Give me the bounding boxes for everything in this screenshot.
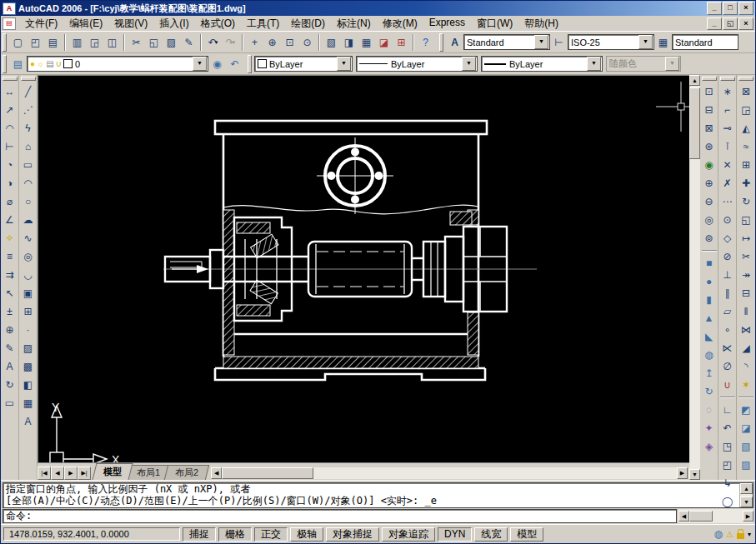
revolve-button[interactable]: ↻ — [700, 382, 718, 401]
snap-to-perpendicular-button[interactable]: ⊥ — [718, 266, 737, 284]
command-scroll-up-icon[interactable]: ▲ — [740, 483, 753, 494]
dimension-text-edit-button[interactable]: A — [1, 357, 19, 376]
maximize-button[interactable]: □ — [723, 2, 738, 15]
new-button[interactable]: ▢ — [9, 33, 27, 51]
rotate-button[interactable]: ↻ — [737, 192, 755, 211]
close-button[interactable]: × — [738, 2, 753, 15]
cut-button[interactable]: ✂ — [128, 33, 145, 51]
menu-插入i[interactable]: 插入(I) — [153, 16, 194, 32]
array-button[interactable]: ⊞ — [737, 156, 755, 174]
snap-to-tangent-button[interactable]: ⊘ — [718, 247, 737, 266]
copy-button[interactable]: ◱ — [145, 33, 163, 51]
linetype-combo[interactable]: ByLayer▼ — [356, 56, 478, 72]
minimize-button[interactable]: _ — [707, 2, 722, 15]
wedge-surface-button[interactable]: ◣ — [700, 327, 718, 346]
menu-格式o[interactable]: 格式(O) — [195, 16, 241, 32]
snap-to-endpoint-button[interactable]: ⊸ — [718, 119, 737, 137]
zoom-realtime-button[interactable]: ⊕ — [263, 33, 281, 51]
diameter-dimension-button[interactable]: ⌀ — [1, 192, 19, 211]
model-space-canvas[interactable]: Y X — [38, 75, 689, 463]
status-toggle-栅格[interactable]: 栅格 — [218, 527, 252, 542]
text-style-combo[interactable]: Standard▼ — [463, 34, 550, 50]
menu-工具t[interactable]: 工具(T) — [241, 16, 285, 32]
horizontal-scrollbar[interactable]: ◀ ▶ — [211, 467, 688, 479]
scale-button[interactable]: ◱ — [737, 211, 755, 229]
fillet-button[interactable]: ◝ — [737, 357, 755, 376]
snap-to-midpoint-button[interactable]: ⊺ — [718, 137, 737, 156]
status-toggle-对象追踪[interactable]: 对象追踪 — [382, 527, 435, 542]
toolbar-grip[interactable] — [3, 77, 18, 81]
bring-above-objects-button[interactable]: ▧ — [737, 437, 755, 456]
cylinder-surface-button[interactable]: ▮ — [700, 291, 718, 309]
multiline-text-button[interactable]: A — [19, 412, 38, 431]
layer-combo[interactable]: ●☼▤∪ 0 ▼ — [27, 56, 208, 72]
menu-窗口w[interactable]: 窗口(W) — [471, 16, 518, 32]
sphere-surface-button[interactable]: ● — [700, 272, 718, 291]
break-at-point-button[interactable]: ⊟ — [737, 284, 755, 302]
toolbar-grip[interactable] — [3, 33, 7, 52]
make-object-layer-current-button[interactable]: ◉ — [208, 55, 226, 72]
torus-surface-button[interactable]: ◍ — [700, 346, 718, 364]
pan-realtime-button[interactable]: + — [246, 33, 263, 51]
toolbar-grip[interactable] — [21, 77, 36, 81]
vertical-scroll-thumb[interactable] — [689, 87, 700, 159]
plot-button[interactable]: ▥ — [68, 33, 86, 51]
status-toggle-DYN[interactable]: DYN — [438, 527, 472, 542]
lineweight-combo-arrow-icon[interactable]: ▼ — [587, 57, 601, 71]
snap-to-nearest-button[interactable]: ⋉ — [718, 339, 737, 357]
zoom-out-button[interactable]: ⊖ — [700, 192, 718, 211]
table-style-combo[interactable]: Standard — [672, 34, 738, 50]
extend-button[interactable]: ↠ — [737, 266, 755, 284]
lineweight-combo[interactable]: ByLayer▼ — [481, 56, 603, 72]
save-button[interactable]: ▤ — [44, 33, 62, 51]
break-button[interactable]: ‖ — [737, 302, 755, 321]
dimension-edit-button[interactable]: ✎ — [1, 339, 19, 357]
layer-properties-manager-button[interactable]: ▤ — [9, 55, 27, 72]
aligned-dimension-button[interactable]: ↗ — [1, 101, 19, 119]
scroll-up-icon[interactable]: ▲ — [689, 75, 700, 86]
stretch-button[interactable]: ↦ — [737, 229, 755, 247]
menu-视图v[interactable]: 视图(V) — [108, 16, 153, 32]
bring-to-front-button[interactable]: ◩ — [737, 401, 755, 419]
tolerance-button[interactable]: ± — [1, 302, 19, 321]
toolbar-grip[interactable] — [3, 55, 7, 73]
menu-文件f[interactable]: 文件(F) — [19, 16, 63, 32]
quick-leader-button[interactable]: ↖ — [1, 284, 19, 302]
zoom-window-button[interactable]: ⊡ — [281, 33, 298, 51]
coordinate-readout[interactable]: 1478.0159, 932.4001, 0.0000 — [3, 527, 180, 541]
zoom-extents-button[interactable]: ⊚ — [700, 229, 718, 247]
copy-object-button[interactable]: ◲ — [737, 101, 755, 119]
menu-绘图d[interactable]: 绘图(D) — [285, 16, 331, 32]
status-toggle-正交[interactable]: 正交 — [254, 527, 288, 542]
status-toggle-捕捉[interactable]: 捕捉 — [183, 527, 216, 542]
command-scroll-down-icon[interactable]: ▼ — [740, 497, 753, 507]
help-button[interactable]: ? — [417, 33, 434, 51]
hide-button[interactable]: ◌ — [700, 401, 718, 419]
command-horizontal-scrollbar[interactable]: ◀ ▶ — [678, 509, 753, 523]
erase-button[interactable]: ⊠ — [737, 82, 755, 101]
revision-cloud-button[interactable]: ☁ — [19, 211, 38, 229]
layer-previous-button[interactable]: ↶ — [226, 55, 243, 72]
snap-to-intersection-button[interactable]: ✕ — [718, 156, 737, 174]
tray-menu-arrow-icon[interactable]: ▾ — [748, 531, 751, 538]
tab-布局2[interactable]: 布局2 — [164, 465, 210, 480]
ellipse-button[interactable]: ◎ — [19, 247, 38, 266]
offset-button[interactable]: ≈ — [737, 137, 755, 156]
snap-to-node-button[interactable]: ∘ — [718, 321, 737, 339]
tool-palettes-button[interactable]: ▦ — [358, 33, 375, 51]
snap-from-button[interactable]: ⌐ — [718, 101, 737, 119]
mirror-button[interactable]: ◭ — [737, 119, 755, 137]
vertical-scrollbar[interactable]: ▲ ▼ — [689, 75, 700, 480]
center-mark-button[interactable]: ⊕ — [1, 321, 19, 339]
region-button[interactable]: ◧ — [19, 376, 38, 394]
line-button[interactable]: ╱ — [19, 82, 38, 101]
properties-palette-button[interactable]: ▧ — [323, 33, 340, 51]
doc-minimize-button[interactable]: _ — [707, 17, 722, 30]
menu-express[interactable]: Express — [423, 16, 471, 32]
circle-button[interactable]: ○ — [19, 192, 38, 211]
command-history[interactable]: 指定窗口的角点, 输入比例因子 (nX 或 nXP), 或者 [全部(A)/中心… — [3, 482, 753, 508]
command-input[interactable]: 命令: — [3, 509, 677, 523]
command-vertical-scrollbar[interactable]: ▲ ▼ — [739, 483, 753, 507]
rectangle-button[interactable]: ▭ — [19, 156, 38, 174]
menu-修改m[interactable]: 修改(M) — [377, 16, 423, 32]
